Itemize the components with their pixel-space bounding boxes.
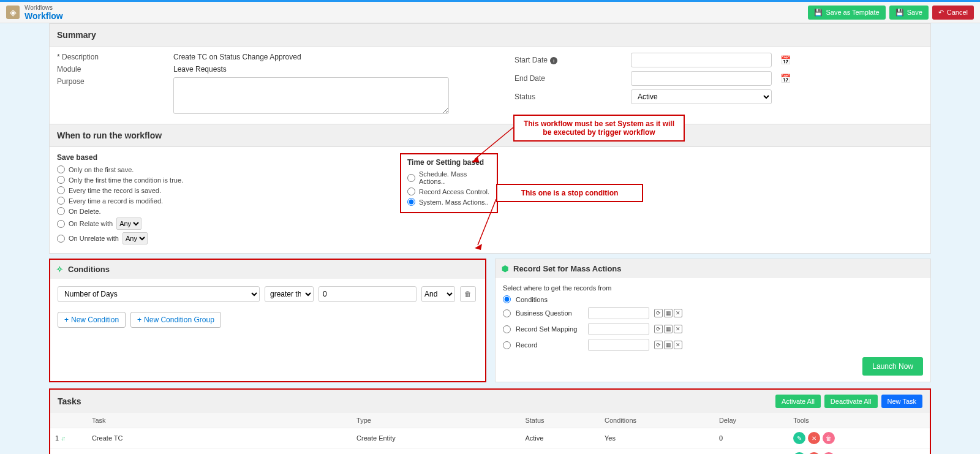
breadcrumb: Workflows — [24, 4, 63, 11]
cancel-button[interactable]: ↶Cancel — [932, 6, 974, 20]
purpose-label: Purpose — [57, 77, 167, 86]
conditions-section: ✧Conditions Number of Days greater than … — [49, 259, 486, 382]
app-icon: ◈ — [6, 6, 20, 19]
new-task-button[interactable]: New Task — [881, 395, 922, 408]
delete-icon[interactable]: 🗑 — [823, 432, 835, 444]
module-label: Module — [57, 65, 167, 74]
save-as-template-button[interactable]: 💾Save as Template — [808, 6, 885, 20]
activate-all-button[interactable]: Activate All — [775, 395, 821, 408]
delete-condition-button[interactable]: 🗑 — [460, 286, 476, 302]
disable-icon[interactable]: ✕ — [808, 432, 820, 444]
radio-first-condition[interactable] — [57, 176, 65, 184]
open-icon[interactable]: ▦ — [664, 341, 673, 349]
start-date-input[interactable] — [631, 53, 772, 67]
status-label: Status — [514, 93, 625, 101]
tasks-title: Tasks — [58, 396, 81, 406]
sort-icon[interactable]: ↓↑ — [61, 435, 64, 442]
unrelate-select[interactable]: Any — [123, 232, 148, 244]
tasks-table: Task Type Status Conditions Delay Tools … — [50, 413, 930, 454]
recordset-icon: ⬢ — [502, 264, 508, 273]
refresh-icon[interactable]: ⟳ — [654, 309, 663, 317]
module-value: Leave Requests — [173, 65, 466, 74]
table-row[interactable]: 1 ↓↑Create TCCreate EntityActiveYes0✎✕🗑 — [50, 428, 930, 448]
open-icon[interactable]: ▦ — [664, 325, 673, 333]
edit-icon[interactable]: ✎ — [793, 432, 805, 444]
radio-on-relate[interactable] — [57, 220, 65, 228]
time-based-box: Time or Setting based Schedule. Mass Act… — [400, 153, 498, 213]
description-value: Create TC on Status Change Approved — [173, 53, 466, 61]
end-date-input[interactable] — [631, 71, 772, 86]
save-icon: 💾 — [814, 9, 823, 17]
radio-schedule[interactable] — [407, 174, 415, 182]
radio-every-save[interactable] — [57, 186, 65, 194]
new-condition-button[interactable]: +New Condition — [58, 312, 126, 328]
new-condition-group-button[interactable]: +New Condition Group — [130, 312, 221, 328]
rs-radio-mapping[interactable] — [503, 325, 511, 333]
recordset-section: ⬢Record Set for Mass Actions Select wher… — [495, 259, 931, 382]
table-row[interactable]: 2 ↓↑Update Number of Days fieldUpdate Fi… — [50, 448, 930, 455]
radio-first-save[interactable] — [57, 165, 65, 173]
when-to-run-title: When to run the workflow — [50, 124, 930, 147]
condition-value-input[interactable] — [318, 286, 417, 302]
rs-radio-conditions[interactable] — [503, 295, 511, 303]
clear-icon[interactable]: ✕ — [674, 325, 682, 333]
end-date-label: End Date — [514, 74, 625, 83]
rs-radio-bq[interactable] — [503, 309, 511, 317]
conditions-title: Conditions — [68, 265, 110, 274]
plus-icon: + — [137, 316, 141, 324]
purpose-input[interactable] — [173, 77, 449, 114]
rs-radio-record[interactable] — [503, 341, 511, 349]
status-select[interactable]: Active — [631, 89, 772, 104]
clear-icon[interactable]: ✕ — [674, 341, 682, 349]
recordset-title: Record Set for Mass Actions — [513, 264, 622, 273]
calendar-icon[interactable]: 📅 — [780, 74, 791, 83]
deactivate-all-button[interactable]: Deactivate All — [824, 395, 878, 408]
summary-section: Summary Description Create TC on Status … — [49, 23, 931, 124]
save-based-title: Save based — [57, 153, 290, 162]
tasks-section: Tasks Activate All Deactivate All New Ta… — [49, 388, 931, 454]
plus-icon: + — [64, 316, 69, 324]
rs-mapping-input[interactable] — [588, 323, 649, 335]
launch-now-button[interactable]: Launch Now — [862, 357, 923, 376]
description-label: Description — [57, 53, 167, 61]
rs-record-input[interactable] — [588, 339, 649, 351]
condition-field-select[interactable]: Number of Days — [58, 286, 260, 302]
refresh-icon[interactable]: ⟳ — [654, 341, 663, 349]
recordset-hint: Select where to get the records from — [503, 284, 923, 292]
summary-title: Summary — [50, 24, 930, 47]
radio-on-unrelate[interactable] — [57, 235, 65, 243]
topbar: ◈ Workflows Workflow 💾Save as Template 💾… — [0, 0, 980, 23]
radio-on-delete[interactable] — [57, 207, 65, 215]
clear-icon[interactable]: ✕ — [674, 309, 682, 317]
info-icon[interactable]: i — [550, 57, 557, 64]
callout-stop-condition: This one is a stop condition — [496, 184, 643, 202]
save-icon: 💾 — [895, 9, 904, 17]
undo-icon: ↶ — [938, 9, 944, 17]
calendar-icon[interactable]: 📅 — [780, 55, 791, 65]
condition-andor-select[interactable]: And — [421, 286, 455, 302]
callout-system: This workflow must be set System as it w… — [513, 115, 685, 142]
page-title: Workflow — [24, 11, 63, 21]
condition-operator-select[interactable]: greater than — [265, 286, 314, 302]
conditions-icon: ✧ — [56, 265, 63, 274]
radio-record-access[interactable] — [407, 187, 415, 195]
trash-icon: 🗑 — [464, 290, 472, 298]
save-button[interactable]: 💾Save — [889, 6, 929, 20]
when-to-run-section: When to run the workflow Save based Only… — [49, 124, 931, 254]
refresh-icon[interactable]: ⟳ — [654, 325, 663, 333]
radio-every-modify[interactable] — [57, 197, 65, 205]
time-based-title: Time or Setting based — [407, 158, 491, 167]
start-date-label: Start Datei — [514, 56, 625, 65]
relate-select[interactable]: Any — [116, 218, 141, 230]
open-icon[interactable]: ▦ — [664, 309, 673, 317]
rs-bq-input[interactable] — [588, 307, 649, 319]
radio-system[interactable] — [407, 198, 415, 206]
